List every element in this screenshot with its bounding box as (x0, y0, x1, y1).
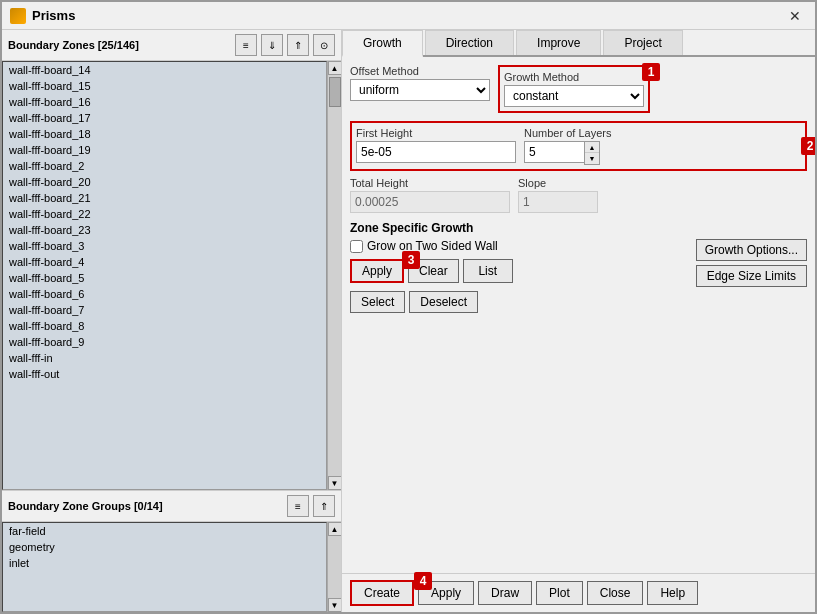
apply-clear-list-row: Apply Clear List (350, 259, 513, 283)
slope-label: Slope (518, 177, 598, 189)
badge-2: 2 (801, 137, 815, 155)
list-item[interactable]: wall-fff-board_14 (3, 62, 326, 78)
zone-select-button[interactable]: Select (350, 291, 405, 313)
badge-1: 1 (642, 63, 660, 81)
scroll-up-arrow[interactable]: ▲ (328, 61, 342, 75)
scroll-thumb[interactable] (329, 77, 341, 107)
groups-scroll-down[interactable]: ▼ (328, 598, 342, 612)
list-item[interactable]: wall-fff-board_4 (3, 254, 326, 270)
first-height-label: First Height (356, 127, 516, 139)
list-item[interactable]: wall-fff-board_8 (3, 318, 326, 334)
zone-icon-btn-1[interactable]: ≡ (235, 34, 257, 56)
zone-icon-btn-4[interactable]: ⊙ (313, 34, 335, 56)
group-list-item[interactable]: inlet (3, 555, 326, 571)
list-item[interactable]: wall-fff-board_9 (3, 334, 326, 350)
groups-scroll-up[interactable]: ▲ (328, 522, 342, 536)
slope-input (518, 191, 598, 213)
height-layers-wrapper: First Height Number of Layers ▲ ▼ (350, 121, 807, 171)
zone-specific-section: Zone Specific Growth Grow on Two Sided W… (350, 221, 807, 317)
group-icon-btn-1[interactable]: ≡ (287, 495, 309, 517)
list-item[interactable]: wall-fff-board_17 (3, 110, 326, 126)
offset-method-select[interactable]: uniform (350, 79, 490, 101)
app-icon (10, 8, 26, 24)
growth-method-select[interactable]: constant (504, 85, 644, 107)
tabs-bar: Growth Direction Improve Project (342, 30, 815, 57)
tab-growth[interactable]: Growth (342, 30, 423, 57)
apply-clear-list-wrapper: Apply Clear List 3 (350, 259, 513, 287)
number-of-layers-group: Number of Layers ▲ ▼ (524, 127, 611, 165)
boundary-zones-container: wall-fff-board_14 wall-fff-board_15 wall… (2, 61, 341, 490)
height-layers-box: First Height Number of Layers ▲ ▼ (350, 121, 807, 171)
first-height-input[interactable] (356, 141, 516, 163)
badge-4: 4 (414, 572, 432, 590)
growth-method-group: Growth Method constant 1 (498, 65, 650, 113)
boundary-zones-header: Boundary Zones [25/146] ≡ ⇓ ⇑ ⊙ (2, 30, 341, 61)
grow-two-sided-checkbox[interactable] (350, 240, 363, 253)
window-title: Prisms (32, 8, 75, 23)
slope-group: Slope (518, 177, 598, 213)
boundary-zone-groups-list[interactable]: far-field geometry inlet (2, 522, 327, 612)
list-item[interactable]: wall-fff-out (3, 366, 326, 382)
main-window: Prisms ✕ Boundary Zones [25/146] ≡ ⇓ ⇑ ⊙… (0, 0, 817, 614)
plot-button[interactable]: Plot (536, 581, 583, 605)
scroll-down-arrow[interactable]: ▼ (328, 476, 342, 490)
list-item[interactable]: wall-fff-board_21 (3, 190, 326, 206)
group-icon-btn-2[interactable]: ⇑ (313, 495, 335, 517)
total-height-input (350, 191, 510, 213)
list-item[interactable]: wall-fff-board_16 (3, 94, 326, 110)
create-button[interactable]: Create (350, 580, 414, 606)
group-list-item[interactable]: far-field (3, 523, 326, 539)
first-height-group: First Height (356, 127, 516, 165)
zone-icon-btn-2[interactable]: ⇓ (261, 34, 283, 56)
bottom-bar: Create 4 Apply Draw Plot Close Help (342, 573, 815, 612)
spin-buttons: ▲ ▼ (584, 141, 600, 165)
close-window-button[interactable]: ✕ (783, 6, 807, 26)
list-item[interactable]: wall-fff-board_6 (3, 286, 326, 302)
list-item[interactable]: wall-fff-board_23 (3, 222, 326, 238)
list-item[interactable]: wall-fff-board_2 (3, 158, 326, 174)
zone-specific-content: Grow on Two Sided Wall Apply Clear List … (350, 239, 807, 317)
edge-size-limits-button[interactable]: Edge Size Limits (696, 265, 807, 287)
boundary-zones-label: Boundary Zones [25/146] (8, 39, 231, 51)
zone-icon-btn-3[interactable]: ⇑ (287, 34, 309, 56)
growth-options-button[interactable]: Growth Options... (696, 239, 807, 261)
zone-deselect-button[interactable]: Deselect (409, 291, 478, 313)
tab-improve[interactable]: Improve (516, 30, 601, 55)
boundary-zones-list[interactable]: wall-fff-board_14 wall-fff-board_15 wall… (2, 61, 327, 490)
number-of-layers-input[interactable] (524, 141, 584, 163)
number-of-layers-label: Number of Layers (524, 127, 611, 139)
draw-button[interactable]: Draw (478, 581, 532, 605)
total-height-group: Total Height (350, 177, 510, 213)
help-button[interactable]: Help (647, 581, 698, 605)
tab-direction[interactable]: Direction (425, 30, 514, 55)
title-bar-left: Prisms (10, 8, 75, 24)
list-item[interactable]: wall-fff-board_3 (3, 238, 326, 254)
list-item[interactable]: wall-fff-board_18 (3, 126, 326, 142)
method-row: Offset Method uniform Growth Method cons… (350, 65, 807, 113)
two-sided-row: Grow on Two Sided Wall (350, 239, 513, 253)
left-panel: Boundary Zones [25/146] ≡ ⇓ ⇑ ⊙ wall-fff… (2, 30, 342, 612)
list-item[interactable]: wall-fff-board_20 (3, 174, 326, 190)
list-item[interactable]: wall-fff-in (3, 350, 326, 366)
zone-apply-button[interactable]: Apply (350, 259, 404, 283)
total-height-label: Total Height (350, 177, 510, 189)
spin-down-button[interactable]: ▼ (585, 153, 599, 164)
groups-scrollbar[interactable]: ▲ ▼ (327, 522, 341, 612)
spin-up-button[interactable]: ▲ (585, 142, 599, 153)
list-item[interactable]: wall-fff-board_22 (3, 206, 326, 222)
zone-list-button[interactable]: List (463, 259, 513, 283)
tab-project[interactable]: Project (603, 30, 682, 55)
boundary-zone-groups-container: far-field geometry inlet ▲ ▼ (2, 522, 341, 612)
list-item[interactable]: wall-fff-board_19 (3, 142, 326, 158)
select-deselect-row: Select Deselect (350, 291, 513, 313)
list-item[interactable]: wall-fff-board_15 (3, 78, 326, 94)
close-button[interactable]: Close (587, 581, 644, 605)
boundary-zones-scrollbar[interactable]: ▲ ▼ (327, 61, 341, 490)
grow-two-sided-label: Grow on Two Sided Wall (367, 239, 498, 253)
main-content: Boundary Zones [25/146] ≡ ⇓ ⇑ ⊙ wall-fff… (2, 30, 815, 612)
list-item[interactable]: wall-fff-board_5 (3, 270, 326, 286)
group-list-item[interactable]: geometry (3, 539, 326, 555)
right-panel: Growth Direction Improve Project Offset … (342, 30, 815, 612)
total-slope-row: Total Height Slope (350, 177, 807, 213)
list-item[interactable]: wall-fff-board_7 (3, 302, 326, 318)
